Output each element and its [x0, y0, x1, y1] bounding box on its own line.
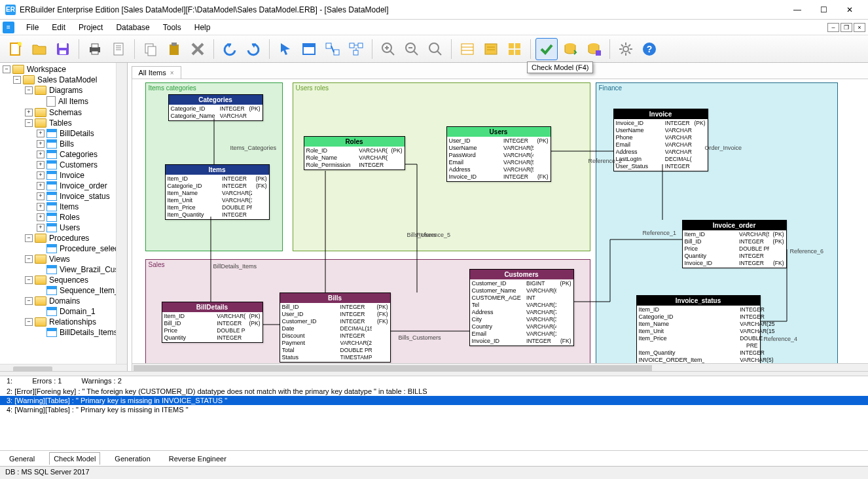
- entity-bills[interactable]: BillsBill_IDINTEGER(PK)User_IDINTEGER(FK…: [280, 293, 391, 363]
- message-row[interactable]: 3: [Warning][Tables] : " Primary key is …: [0, 396, 868, 405]
- tree-sequence[interactable]: Sequence_Item_c: [1, 285, 126, 296]
- tree-domain[interactable]: Domain_1: [1, 306, 126, 317]
- tree-workspace[interactable]: −Workspace: [1, 64, 126, 75]
- new-link-button[interactable]: [345, 38, 367, 60]
- tree-schemas[interactable]: +Schemas: [1, 107, 126, 118]
- message-row[interactable]: 4: [Warning][Tables] : " Primary key is …: [0, 405, 868, 414]
- svg-rect-14: [170, 44, 179, 55]
- list-view-button[interactable]: [456, 38, 479, 60]
- menu-edit[interactable]: Edit: [45, 22, 72, 33]
- ref-6: Reference_6: [790, 248, 824, 255]
- diagram-canvas[interactable]: Items categoriesUsers rolesSalesFinanceC…: [132, 79, 869, 364]
- tree-sequences[interactable]: −Sequences: [1, 275, 126, 285]
- tree-table-invoice_order[interactable]: +Invoice_order: [1, 181, 126, 191]
- tree-table-invoice[interactable]: +Invoice: [1, 170, 126, 181]
- copy-button[interactable]: [139, 38, 162, 60]
- tree-relationships[interactable]: −Relationships: [1, 317, 126, 327]
- entity-users[interactable]: UsersUser_IDINTEGER(PK)UserNameVARCHAR(5…: [446, 126, 551, 182]
- tree-table-users[interactable]: +Users: [1, 222, 126, 233]
- menu-project[interactable]: Project: [72, 22, 109, 33]
- entity-billdetails[interactable]: BillDetailsItem_IDVARCHAR(5)(PK)Bill_IDI…: [162, 302, 263, 343]
- app-icon: ER: [5, 5, 16, 15]
- tab-check-model[interactable]: Check Model: [49, 452, 100, 465]
- document-button[interactable]: [107, 38, 130, 60]
- maximize-button[interactable]: ☐: [810, 1, 837, 19]
- undo-button[interactable]: [219, 38, 241, 60]
- tree-table-bills[interactable]: +Bills: [1, 139, 126, 149]
- entity-invoice-status[interactable]: Invoice_statusItem_IDINTEGERCategorie_ID…: [636, 295, 761, 364]
- tree-relationship[interactable]: BillDetails_Items: [1, 327, 126, 338]
- menu-help[interactable]: Help: [188, 22, 217, 33]
- diagram-tab[interactable]: All Items ×: [132, 66, 181, 79]
- generate-db-button[interactable]: [559, 38, 581, 60]
- tree-table-customers[interactable]: +Customers: [1, 160, 126, 170]
- tree-scroll[interactable]: −Workspace−Sales DataModel−DiagramsAll I…: [0, 63, 127, 364]
- settings-button[interactable]: [615, 38, 637, 60]
- open-button[interactable]: [28, 38, 50, 60]
- notes-button[interactable]: [480, 38, 502, 60]
- svg-rect-21: [334, 50, 339, 55]
- tree-table-roles[interactable]: +Roles: [1, 212, 126, 222]
- new-table-button[interactable]: [298, 38, 320, 60]
- save-button[interactable]: [52, 38, 74, 60]
- tree-table-categories[interactable]: +Categories: [1, 149, 126, 160]
- zoom-fit-button[interactable]: [424, 38, 446, 60]
- message-header: 1: Errors : 1 Warnings : 2: [0, 375, 868, 387]
- tree-panel: −Workspace−Sales DataModel−DiagramsAll I…: [0, 63, 128, 374]
- svg-line-36: [437, 51, 441, 55]
- new-button[interactable]: [5, 38, 27, 60]
- tree-table-items[interactable]: +Items: [1, 202, 126, 212]
- minimize-button[interactable]: —: [784, 1, 810, 19]
- redo-button[interactable]: [242, 38, 264, 60]
- svg-rect-8: [114, 43, 123, 55]
- ref-4: Reference_4: [764, 336, 798, 342]
- zoom-out-button[interactable]: [401, 38, 423, 60]
- entity-invoice-order[interactable]: Invoice_orderItem_IDVARCHAR(5)(PK)Bill_I…: [682, 220, 787, 268]
- tree-domains[interactable]: −Domains: [1, 296, 126, 306]
- tree-project[interactable]: −Sales DataModel: [1, 75, 126, 85]
- tab-general[interactable]: General: [5, 453, 39, 465]
- mdi-minimize-button[interactable]: –: [827, 23, 839, 32]
- close-button[interactable]: ✕: [837, 1, 863, 19]
- tree-diagram-all-items[interactable]: All Items: [1, 96, 126, 107]
- menu-database[interactable]: Database: [109, 22, 156, 33]
- svg-rect-46: [515, 50, 520, 55]
- entity-categories[interactable]: CategoriesCategorie_IDINTEGER(PK)Categor…: [168, 94, 263, 121]
- entity-items[interactable]: ItemsItem_IDINTEGER(PK)Categorie_IDINTEG…: [165, 164, 270, 220]
- tree-procedures[interactable]: −Procedures: [1, 233, 126, 243]
- check-model-button[interactable]: [535, 38, 558, 60]
- tree-table-invoice_status[interactable]: +Invoice_status: [1, 191, 126, 202]
- tree-view[interactable]: View_Brazil_Custo: [1, 264, 126, 275]
- delete-button[interactable]: [187, 38, 209, 60]
- menu-tools[interactable]: Tools: [156, 22, 188, 33]
- tree-tables[interactable]: −Tables: [1, 118, 126, 128]
- entity-invoice[interactable]: InvoiceInvoice_IDINTEGER(PK)UserNameVARC…: [613, 109, 708, 171]
- zoom-in-button[interactable]: [377, 38, 399, 60]
- message-list[interactable]: 2: [Error][Foreing key] : " The foreign …: [0, 387, 868, 450]
- message-row[interactable]: 2: [Error][Foreing key] : " The foreign …: [0, 387, 868, 396]
- output-tabs: General Check Model Generation Reverse E…: [0, 450, 868, 466]
- new-relation-button[interactable]: [321, 38, 344, 60]
- pointer-button[interactable]: [274, 38, 297, 60]
- svg-rect-43: [509, 43, 514, 48]
- toolbar: ? Check Model (F4): [0, 35, 868, 63]
- print-button[interactable]: [84, 38, 106, 60]
- tab-reverse-engineer[interactable]: Reverse Engineer: [165, 453, 230, 465]
- paste-button[interactable]: [163, 38, 185, 60]
- app-menu-icon: ≡: [3, 22, 14, 33]
- tree-diagrams[interactable]: −Diagrams: [1, 85, 126, 96]
- mdi-restore-button[interactable]: ❐: [841, 23, 852, 32]
- tree-views[interactable]: −Views: [1, 254, 126, 264]
- tree-procedure[interactable]: Procedure_select: [1, 243, 126, 254]
- entity-customers[interactable]: CustomersCustomer_IDBIGINT(PK)Customer_N…: [469, 269, 574, 346]
- mdi-close-button[interactable]: ×: [854, 23, 865, 32]
- svg-rect-7: [92, 51, 98, 54]
- save-db-button[interactable]: [583, 38, 605, 60]
- help-button[interactable]: ?: [638, 38, 660, 60]
- menu-file[interactable]: File: [20, 22, 45, 33]
- tree-table-billdetails[interactable]: +BillDetails: [1, 128, 126, 139]
- tab-close-icon[interactable]: ×: [170, 69, 174, 77]
- entity-roles[interactable]: RolesRole_IDVARCHAR(5)(PK)Role_NameVARCH…: [304, 136, 405, 170]
- tab-generation[interactable]: Generation: [111, 453, 154, 465]
- grid-button[interactable]: [503, 38, 526, 60]
